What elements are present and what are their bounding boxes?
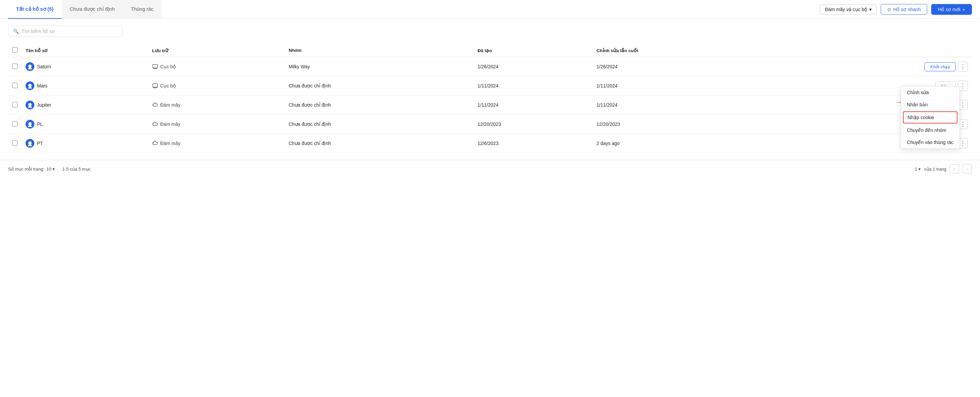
tab-unassigned[interactable]: Chưa được chỉ định [62,0,123,19]
local-storage-icon [152,64,158,70]
row-checkbox[interactable] [12,121,18,127]
search-icon: 🔍 [13,29,19,34]
chevron-down-icon: ▾ [918,167,921,172]
group-cell: Chưa được chỉ định [285,95,474,115]
total-pages-label: của 1 trang [924,167,947,172]
profile-icon [25,139,34,148]
chevron-left-icon: ‹ [954,167,955,172]
items-per-page-label: Số mục mỗi trang: [8,167,45,172]
footer: Số mục mỗi trang: 10 ▾ 1-5 của 5 mục 1 ▾… [0,160,980,178]
modified-cell: 12/20/2023 [593,115,779,134]
more-options-button[interactable]: ⋮ [958,62,968,71]
cloud-storage-icon [152,102,158,108]
table-row: Mars Cục bộChưa được chỉ định1/11/20241/… [8,76,972,95]
top-bar-actions: Đám mây và cục bộ ▾ ⊙ Hồ sơ nhanh Hồ sơ … [820,4,972,15]
local-storage-icon [152,83,158,89]
table-row: PL Đám mâyChưa được chỉ định12/20/202312… [8,115,972,134]
profiles-table: Tên hồ sơ Lưu trữ Nhóm Đã tạo Chỉnh sửa … [8,44,972,153]
col-group: Nhóm [285,44,474,57]
profile-name-cell: Saturn [25,62,144,71]
col-actions [779,44,972,57]
cloud-storage-icon [152,121,158,127]
profile-icon [25,120,34,129]
created-cell: 1/11/2024 [474,95,593,115]
tab-trash[interactable]: Thùng rác [123,0,162,19]
storage-select[interactable]: Đám mây và cục bộ ▾ [820,5,877,14]
table-row: Jupiter Đám mâyChưa được chỉ định1/11/20… [8,95,972,115]
row-checkbox[interactable] [12,140,18,146]
group-cell: Chưa được chỉ định [285,134,474,153]
chevron-down-icon: ▾ [869,7,872,12]
dropdown-item-clone[interactable]: Nhân bản [901,98,959,111]
next-page-button[interactable]: › [963,164,972,174]
run-button[interactable]: Khởi chạy [924,62,956,71]
storage-cell: Cục bộ [152,64,281,70]
select-all-checkbox[interactable] [12,47,18,52]
created-cell: 1/26/2024 [474,57,593,76]
group-cell: Chưa được chỉ định [285,76,474,95]
dropdown-item-move_group[interactable]: Chuyển đến nhóm [901,124,959,136]
profile-name-cell: Jupiter [25,101,144,110]
created-cell: 12/6/2023 [474,134,593,153]
actions-cell: Khởi chạy ⋮ [779,57,972,76]
row-checkbox[interactable] [12,102,18,107]
context-dropdown-menu: Chỉnh sửaNhân bảnNhập cookieChuyển đến n… [900,86,960,149]
cloud-storage-icon [152,140,158,146]
storage-cell: Cục bộ [152,83,281,89]
dropdown-item-move_trash[interactable]: Chuyển vào thùng rác [901,136,959,148]
profile-name-cell: Mars [25,81,144,90]
group-cell: Chưa được chỉ định [285,115,474,134]
profile-name-cell: PL [25,120,144,129]
main-content: 🔍 Tìm kiếm hồ sơ Tên hồ sơ Lưu trữ Nhóm … [0,19,980,160]
chevron-down-icon: ▾ [52,167,55,172]
col-name: Tên hồ sơ [22,44,148,57]
modified-cell: 1/11/2024 [593,76,779,95]
col-modified: Chỉnh sửa lần cuối [593,44,779,57]
prev-page-button[interactable]: ‹ [950,164,959,174]
storage-cell: Đám mây [152,121,281,127]
new-profile-button[interactable]: Hồ sơ mới + [931,4,972,15]
footer-pagination: 1 ▾ của 1 trang ‹ › [915,164,972,174]
profile-icon [25,81,34,90]
select-all-header [8,44,22,57]
row-checkbox[interactable] [12,64,18,69]
storage-cell: Đám mây [152,140,281,146]
created-cell: 12/20/2023 [474,115,593,134]
profile-icon [25,62,34,71]
profile-name-cell: PT [25,139,144,148]
search-bar[interactable]: 🔍 Tìm kiếm hồ sơ [8,25,123,37]
table-row: PT Đám mâyChưa được chỉ định12/6/20232 d… [8,134,972,153]
page-number-select[interactable]: 1 ▾ [915,167,921,172]
created-cell: 1/11/2024 [474,76,593,95]
row-checkbox[interactable] [12,83,18,88]
top-bar: Tất cả hồ sơ (5) Chưa được chỉ định Thùn… [0,0,980,19]
clock-icon: ⊙ [887,7,891,12]
profile-icon [25,101,34,110]
range-label: 1-5 của 5 mục [62,167,91,172]
col-storage: Lưu trữ [148,44,285,57]
items-per-page-select[interactable]: 10 ▾ [46,167,55,172]
modified-cell: 1/26/2024 [593,57,779,76]
svg-rect-3 [153,84,158,87]
tab-all[interactable]: Tất cả hồ sơ (5) [8,0,62,19]
storage-cell: Đám mây [152,102,281,108]
group-cell: Milky Way [285,57,474,76]
col-created: Đã tạo [474,44,593,57]
svg-rect-1 [153,65,158,68]
modified-cell: 1/11/2024 [593,95,779,115]
plus-icon: + [963,7,965,12]
modified-cell: 2 days ago [593,134,779,153]
dropdown-item-import_cookie[interactable]: Nhập cookie [903,111,958,124]
quick-profile-button[interactable]: ⊙ Hồ sơ nhanh [881,4,927,15]
dropdown-item-edit[interactable]: Chỉnh sửa [901,86,959,98]
chevron-right-icon: › [967,167,968,172]
table-row: Saturn Cục bộMilky Way1/26/20241/26/2024… [8,57,972,76]
